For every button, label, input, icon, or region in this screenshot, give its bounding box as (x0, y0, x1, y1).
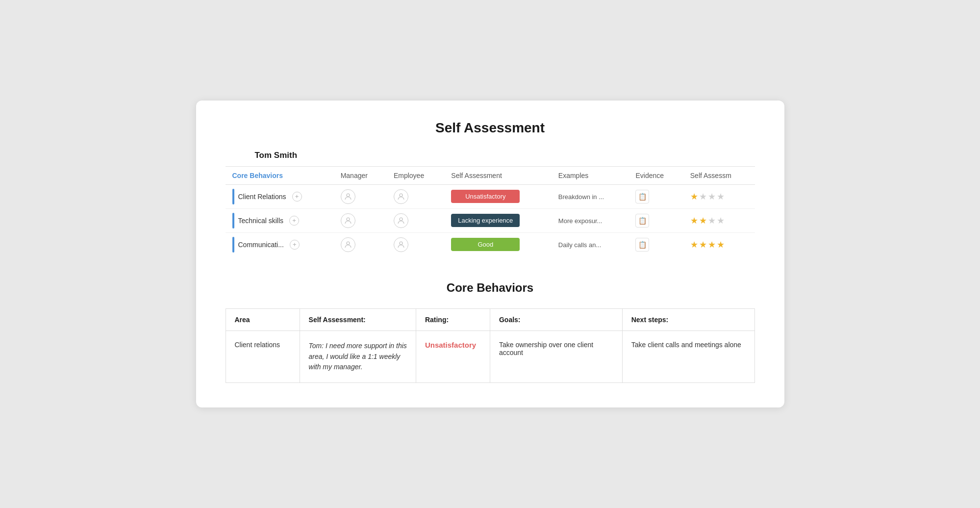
svg-point-5 (400, 242, 402, 245)
manager-avatar (341, 213, 355, 228)
examples-text: Daily calls an... (558, 241, 601, 249)
manager-cell (334, 208, 387, 232)
table-row: Technical skills + Lacking experienceMor… (226, 208, 755, 232)
self-assessment-cell: Tom: I need more support in this area, I… (300, 330, 416, 382)
col-header-self-assessment: Self Assessment (444, 167, 552, 185)
bottom-col-next: Next steps: (622, 308, 754, 330)
bottom-table-row: Client relationsTom: I need more support… (226, 330, 754, 382)
table-row: Client Relations + UnsatisfactoryBreakdo… (226, 184, 755, 208)
rating-label: Unsatisfactory (425, 341, 476, 349)
next-steps-cell: Take client calls and meetings alone (622, 330, 754, 382)
behavior-bar (232, 189, 234, 204)
star-rating: ★★★★ (690, 215, 725, 226)
badge-cell: Unsatisfactory (444, 184, 552, 208)
evidence-icon[interactable]: 📋 (635, 238, 649, 252)
badge-cell: Good (444, 232, 552, 256)
examples-cell: More exposur... (552, 208, 629, 232)
assessment-badge: Good (451, 238, 520, 251)
stars-cell: ★★★★ (683, 184, 755, 208)
self-assessment-text: Tom: I need more support in this area, I… (309, 342, 407, 371)
rating-cell: Unsatisfactory (416, 330, 490, 382)
behavior-name: Technical skills (238, 217, 284, 225)
star-0: ★ (690, 215, 698, 226)
manager-cell (334, 232, 387, 256)
area-cell: Client relations (226, 330, 300, 382)
bottom-col-rating: Rating: (416, 308, 490, 330)
behavior-cell-1: Technical skills + (226, 208, 334, 232)
top-table: Core Behaviors Manager Employee Self Ass… (226, 167, 755, 256)
manager-cell (334, 184, 387, 208)
svg-point-3 (400, 218, 402, 221)
svg-point-4 (347, 242, 350, 245)
employee-name: Tom Smith (255, 151, 755, 160)
col-header-behavior: Core Behaviors (226, 167, 334, 185)
examples-text: More exposur... (558, 217, 603, 225)
star-1: ★ (699, 191, 707, 202)
col-header-manager: Manager (334, 167, 387, 185)
col-header-evidence: Evidence (628, 167, 683, 185)
star-3: ★ (717, 239, 725, 250)
core-behaviors-title: Core Behaviors (226, 281, 755, 295)
table-row: Communicati... + GoodDaily calls an...📋★… (226, 232, 755, 256)
top-table-wrapper: Core Behaviors Manager Employee Self Ass… (226, 166, 755, 256)
col-header-examples: Examples (552, 167, 629, 185)
behavior-bar (232, 237, 234, 253)
star-3: ★ (717, 215, 725, 226)
behavior-bar (232, 213, 234, 229)
add-icon[interactable]: + (289, 216, 299, 226)
manager-avatar (341, 237, 355, 252)
star-1: ★ (699, 239, 707, 250)
star-1: ★ (699, 215, 707, 226)
employee-avatar (394, 189, 408, 204)
behavior-cell-0: Client Relations + (226, 184, 334, 208)
examples-cell: Daily calls an... (552, 232, 629, 256)
bottom-col-goals: Goals: (490, 308, 622, 330)
manager-avatar (341, 189, 355, 204)
evidence-cell: 📋 (628, 184, 683, 208)
col-header-self-assessm: Self Assessm (683, 167, 755, 185)
evidence-icon[interactable]: 📋 (635, 190, 649, 203)
star-2: ★ (708, 215, 716, 226)
employee-cell (387, 232, 444, 256)
badge-cell: Lacking experience (444, 208, 552, 232)
employee-cell (387, 184, 444, 208)
evidence-icon[interactable]: 📋 (635, 214, 649, 228)
add-icon[interactable]: + (292, 192, 302, 202)
behavior-name: Client Relations (238, 193, 286, 201)
stars-cell: ★★★★ (683, 232, 755, 256)
star-0: ★ (690, 191, 698, 202)
employee-avatar (394, 237, 408, 252)
star-3: ★ (717, 191, 725, 202)
star-2: ★ (708, 239, 716, 250)
svg-point-2 (347, 218, 350, 221)
svg-point-1 (400, 194, 402, 197)
star-2: ★ (708, 191, 716, 202)
star-rating: ★★★★ (690, 239, 725, 250)
examples-text: Breakdown in ... (558, 193, 604, 201)
bottom-col-self: Self Assessment: (300, 308, 416, 330)
assessment-badge: Unsatisfactory (451, 190, 520, 203)
examples-cell: Breakdown in ... (552, 184, 629, 208)
col-header-employee: Employee (387, 167, 444, 185)
star-0: ★ (690, 239, 698, 250)
svg-point-0 (347, 194, 350, 197)
evidence-cell: 📋 (628, 208, 683, 232)
employee-cell (387, 208, 444, 232)
behavior-cell-2: Communicati... + (226, 232, 334, 256)
add-icon[interactable]: + (290, 240, 300, 250)
behavior-name: Communicati... (238, 241, 284, 249)
bottom-table: Area Self Assessment: Rating: Goals: Nex… (226, 308, 755, 383)
evidence-cell: 📋 (628, 232, 683, 256)
goals-cell: Take ownership over one client account (490, 330, 622, 382)
stars-cell: ★★★★ (683, 208, 755, 232)
main-card: Self Assessment Tom Smith Core Behaviors… (196, 101, 784, 407)
bottom-col-area: Area (226, 308, 300, 330)
page-title: Self Assessment (226, 120, 755, 136)
employee-avatar (394, 213, 408, 228)
assessment-badge: Lacking experience (451, 214, 520, 227)
star-rating: ★★★★ (690, 191, 725, 202)
